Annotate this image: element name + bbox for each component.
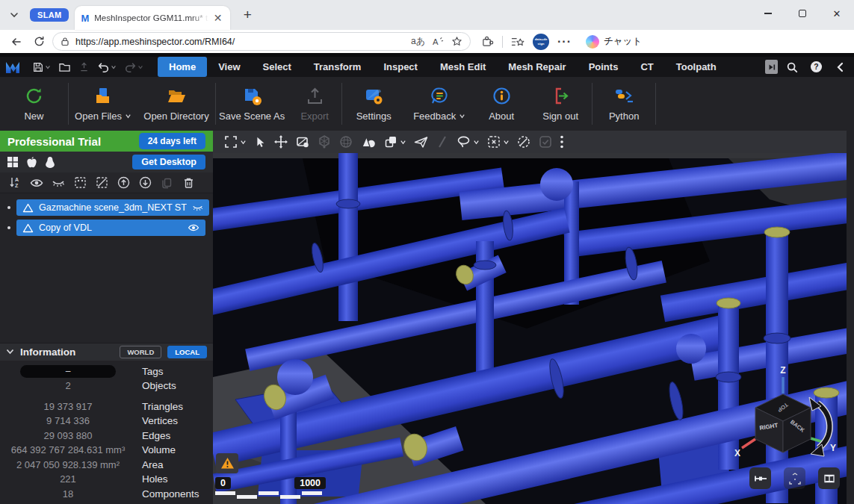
tab-ct[interactable]: CT [629, 57, 664, 77]
viewport-warning-button[interactable] [216, 453, 238, 473]
translate-icon[interactable]: aあ [411, 35, 425, 48]
apple-icon[interactable] [27, 157, 37, 168]
move-tool-button[interactable] [273, 134, 288, 149]
tab-actions-button[interactable] [4, 7, 24, 23]
tags-field[interactable]: – [20, 365, 116, 378]
save-scene-quick-button[interactable] [30, 60, 53, 75]
information-header[interactable]: Information WORLD LOCAL [0, 343, 213, 361]
read-aloud-icon[interactable]: A [433, 37, 444, 47]
warning-icon [220, 457, 235, 470]
undo-button[interactable] [95, 60, 119, 75]
back-button[interactable] [7, 33, 25, 51]
browser-tab-active[interactable]: M MeshInspector GGM11.mru* timad ✕ [75, 6, 230, 30]
center-view-button[interactable] [784, 467, 805, 489]
save-scene-as-button[interactable]: Save Scene As [216, 77, 288, 131]
local-toggle-button[interactable]: LOCAL [167, 346, 207, 358]
sort-az-icon[interactable]: AZ [7, 175, 22, 190]
deselect-all-icon[interactable] [94, 175, 109, 190]
redo-button[interactable] [122, 60, 146, 75]
window-minimize-button[interactable] [751, 0, 785, 27]
select-cursor-button[interactable] [253, 135, 267, 149]
tab-toolpath[interactable]: Toolpath [665, 57, 728, 77]
tab-points[interactable]: Points [578, 57, 630, 77]
refresh-button[interactable] [30, 33, 48, 51]
ribbon-pin-button[interactable] [765, 60, 778, 74]
favorites-star-icon[interactable] [451, 36, 462, 47]
window-close-button[interactable]: ✕ [820, 0, 854, 27]
sign-out-button[interactable]: Sign out [529, 77, 592, 131]
about-button[interactable]: About [474, 77, 529, 131]
tab-group-slam[interactable]: SLAM [30, 8, 69, 22]
lasso-select-button[interactable] [456, 134, 480, 149]
save-scene-as-label: Save Scene As [219, 111, 285, 122]
tab-mesh-edit[interactable]: Mesh Edit [429, 57, 497, 77]
deselect-area-button[interactable] [486, 134, 510, 149]
world-toggle-button[interactable]: WORLD [120, 346, 161, 358]
search-button[interactable] [782, 59, 802, 75]
select-all-icon[interactable] [72, 175, 87, 190]
duplicate-button[interactable] [383, 134, 406, 149]
info-label: Components [136, 488, 199, 500]
viewport-3d-canvas[interactable]: 0 1000 Z [213, 153, 854, 504]
fit-view-button[interactable] [223, 134, 247, 149]
tab-inspect[interactable]: Inspect [372, 57, 429, 77]
bullet-icon [7, 206, 10, 209]
export-quick-button[interactable] [76, 60, 92, 74]
windows-icon[interactable] [7, 157, 18, 167]
browser-settings-more-icon[interactable]: ··· [557, 35, 572, 49]
export-button: Export [288, 77, 341, 131]
eye-open-icon[interactable] [188, 223, 199, 232]
back-arrow-icon [10, 36, 22, 48]
python-button[interactable]: Python [592, 77, 655, 131]
open-directory-button[interactable]: Open Directory [137, 77, 215, 131]
eye-closed-icon[interactable] [192, 204, 203, 211]
open-quick-button[interactable] [56, 60, 73, 74]
url-field[interactable]: https://app.meshinspector.com/RMI64/ aあ … [52, 32, 471, 51]
fly-tool-button[interactable] [413, 134, 429, 149]
collections-icon[interactable] [511, 36, 525, 48]
axis-y-label[interactable]: Y [830, 443, 836, 453]
tab-close-icon[interactable]: ✕ [211, 12, 225, 24]
axis-z-label[interactable]: Z [780, 365, 785, 376]
face-settings-button[interactable] [295, 134, 310, 149]
show-all-eye-icon[interactable] [29, 175, 44, 190]
invert-selection-button[interactable] [516, 134, 531, 149]
navigation-cube[interactable]: Z TOP RIGHT BACK X [728, 364, 842, 466]
about-icon [492, 86, 512, 106]
scene-item-copy-of-vdl[interactable]: Copy of VDL [16, 220, 205, 236]
bounding-box-button[interactable] [818, 467, 840, 489]
tab-view[interactable]: View [207, 57, 251, 77]
tab-select[interactable]: Select [252, 57, 303, 77]
help-button[interactable]: ? [806, 59, 826, 75]
settings-button[interactable]: Settings [342, 77, 405, 131]
viewport-corner-buttons [749, 467, 840, 489]
play-bar-icon [768, 63, 776, 71]
get-desktop-button[interactable]: Get Desktop [132, 155, 205, 169]
new-tab-button[interactable]: + [238, 5, 257, 25]
scene-item-gazmachine[interactable]: Gazmachine scene_3dm_NEXT ST [16, 199, 209, 216]
delete-trash-icon[interactable] [181, 175, 196, 190]
more-options-kebab-icon[interactable] [560, 134, 564, 149]
window-maximize-button[interactable] [785, 0, 820, 27]
linux-icon[interactable] [46, 157, 55, 168]
extensions-icon[interactable] [481, 35, 494, 48]
tab-mesh-repair[interactable]: Mesh Repair [497, 57, 577, 77]
copilot-icon [586, 35, 599, 49]
move-down-icon[interactable] [137, 175, 152, 190]
feedback-button[interactable]: Feedback [405, 77, 474, 131]
tab-transform[interactable]: Transform [303, 57, 373, 77]
copilot-button[interactable]: チャット [580, 34, 648, 50]
hide-all-eye-closed-icon[interactable] [51, 175, 66, 190]
measure-button[interactable] [749, 467, 771, 489]
primitives-button[interactable] [360, 134, 377, 149]
browser-profile-avatar[interactable]: data+design [533, 34, 549, 50]
move-up-icon[interactable] [116, 175, 131, 190]
new-button[interactable]: New [0, 77, 68, 131]
open-files-button[interactable]: Open Files [69, 77, 137, 131]
trial-days-left-badge[interactable]: 24 days left [139, 133, 205, 149]
collapse-panel-button[interactable] [830, 59, 850, 75]
scale-bar: 0 1000 [215, 477, 327, 500]
axis-x-label[interactable]: X [734, 448, 740, 458]
open-files-label: Open Files [75, 111, 122, 122]
tab-home[interactable]: Home [158, 57, 207, 77]
